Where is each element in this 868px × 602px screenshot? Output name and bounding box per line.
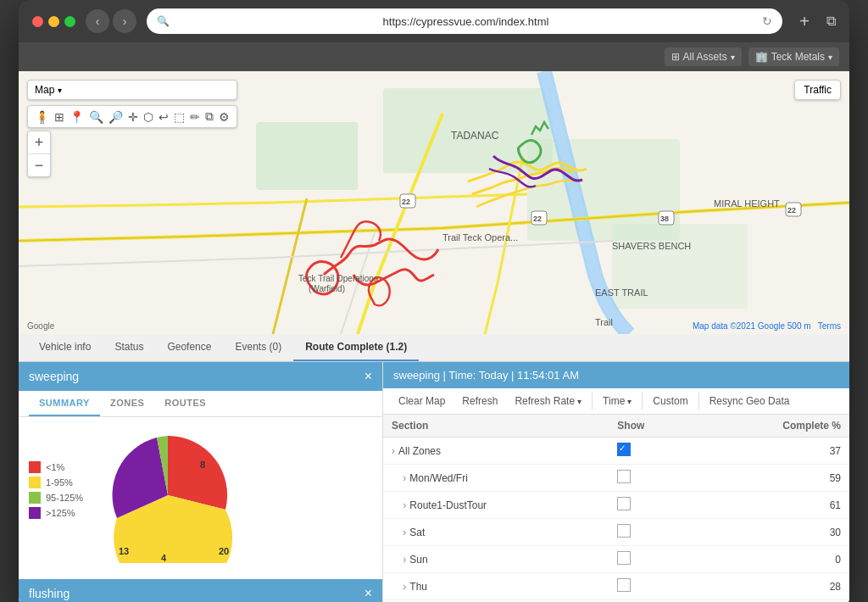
all-assets-dropdown[interactable]: ⊞ All Assets ▾	[665, 47, 742, 66]
teck-metals-dropdown[interactable]: 🏢 Teck Metals ▾	[748, 47, 839, 66]
titlebar: ‹ › 🔍 https://cypressvue.com/index.html …	[32, 8, 836, 42]
cell-section: ›Sat	[383, 519, 609, 546]
assets-icon: ⊞	[671, 51, 680, 63]
search-icon: 🔍	[157, 15, 170, 27]
svg-text:Trail Teck Opera...: Trail Teck Opera...	[442, 232, 518, 242]
pie-chart: 8 20 13 4	[100, 427, 236, 563]
close-button[interactable]	[32, 16, 43, 27]
map-terms[interactable]: Map data ©2021 Google 500 m Terms	[693, 321, 841, 331]
svg-text:4: 4	[161, 553, 167, 563]
tab-status[interactable]: Status	[103, 334, 155, 361]
reload-button[interactable]: ↻	[762, 14, 772, 28]
toolbar-separator-2	[642, 393, 643, 410]
legend-item-2: 95-125%	[29, 492, 83, 504]
building-icon: 🏢	[755, 51, 768, 63]
legend-label-1: 1-95%	[46, 477, 73, 488]
show-checkbox[interactable]	[617, 470, 631, 483]
expand-icon[interactable]: ›	[403, 581, 406, 593]
resync-button[interactable]: Resync Geo Data	[701, 388, 798, 414]
legend-color-3	[29, 507, 41, 519]
time-dropdown[interactable]: Time ▾	[594, 388, 640, 414]
time-label: Time	[603, 395, 625, 407]
expand-icon[interactable]: ›	[403, 472, 406, 484]
right-panel: sweeping | Time: Today | 11:54:01 AM Cle…	[383, 362, 849, 602]
legend-item-3: >125%	[29, 507, 83, 519]
move-icon[interactable]: ✛	[128, 110, 138, 124]
minimize-button[interactable]	[48, 16, 59, 27]
show-checkbox[interactable]	[617, 443, 631, 456]
maximize-button[interactable]	[64, 16, 75, 27]
new-tab-button[interactable]: +	[793, 9, 816, 33]
svg-text:20: 20	[219, 546, 229, 556]
layers-icon[interactable]: ⧉	[205, 109, 214, 124]
refresh-button[interactable]: Refresh	[453, 388, 506, 414]
refresh-rate-dropdown[interactable]: Refresh Rate ▾	[506, 388, 590, 414]
right-toolbar: Clear Map Refresh Refresh Rate ▾ Time ▾ …	[383, 388, 849, 415]
col-section: Section	[383, 415, 609, 438]
main-content: sweeping × SUMMARY ZONES ROUTES <1%	[19, 362, 849, 602]
expand-icon[interactable]: ›	[403, 527, 406, 538]
panel-close-button[interactable]: ×	[364, 369, 372, 384]
map-type-dropdown[interactable]: Map ▾	[27, 80, 237, 100]
legend-item-1: 1-95%	[29, 477, 83, 488]
table-row: ›Thu28	[383, 573, 849, 600]
show-checkbox[interactable]	[617, 524, 631, 538]
flushing-panel-header: flushing ×	[19, 579, 382, 602]
toolbar-separator-1	[592, 393, 593, 410]
location-pin-icon[interactable]: 📍	[70, 110, 84, 124]
svg-text:Trail: Trail	[595, 317, 613, 327]
zoom-out-button[interactable]: −	[28, 154, 50, 176]
search-zoom-icon[interactable]: 🔍	[89, 110, 103, 124]
address-bar[interactable]: 🔍 https://cypressvue.com/index.html ↻	[147, 8, 782, 34]
traffic-lights	[32, 16, 75, 27]
svg-text:MIRAL HEIGHT: MIRAL HEIGHT	[714, 198, 780, 209]
show-checkbox[interactable]	[617, 497, 631, 510]
custom-button[interactable]: Custom	[644, 388, 696, 414]
map-container: TADANAC SHAVERS BENCH MIRAL HEIGHT EAST …	[19, 71, 849, 334]
map-credit: Google	[27, 321, 54, 331]
panel-tab-zones[interactable]: ZONES	[100, 391, 154, 416]
undo-icon[interactable]: ↩	[159, 110, 169, 124]
cell-show	[609, 546, 698, 573]
show-checkbox[interactable]	[617, 551, 631, 565]
forward-button[interactable]: ›	[113, 9, 136, 33]
show-checkbox[interactable]	[617, 578, 631, 592]
clear-map-button[interactable]: Clear Map	[390, 388, 453, 414]
panel-tab-routes[interactable]: ROUTES	[154, 391, 216, 416]
legend-color-2	[29, 492, 41, 504]
tab-events[interactable]: Events (0)	[223, 334, 293, 361]
expand-icon[interactable]: ›	[403, 554, 406, 566]
cell-complete: 30	[698, 519, 849, 546]
select-icon[interactable]: ⬚	[174, 110, 185, 124]
polygon-icon[interactable]: ⬡	[143, 110, 153, 124]
panel-tab-summary[interactable]: SUMMARY	[29, 391, 100, 416]
tab-geofence[interactable]: Geofence	[155, 334, 223, 361]
cell-show	[609, 438, 698, 465]
chevron-down-icon: ▾	[731, 53, 735, 62]
settings-icon[interactable]: ⚙	[219, 110, 230, 124]
svg-text:22: 22	[402, 198, 410, 206]
tab-route-complete[interactable]: Route Complete (1.2)	[293, 334, 419, 361]
cell-show	[609, 519, 698, 546]
zoom-out-icon[interactable]: 🔎	[108, 110, 123, 124]
toolbar-separator-3	[698, 393, 699, 410]
tab-vehicle-info[interactable]: Vehicle info	[27, 334, 103, 361]
traffic-button[interactable]: Traffic	[794, 80, 841, 100]
expand-icon[interactable]: ›	[403, 499, 406, 511]
grid-icon[interactable]: ⊞	[54, 110, 64, 124]
svg-text:Teck Trail Operations: Teck Trail Operations	[298, 274, 378, 283]
browser-chrome: ‹ › 🔍 https://cypressvue.com/index.html …	[19, 0, 849, 42]
cell-complete: 0	[698, 546, 849, 573]
window-button[interactable]: ⧉	[826, 14, 836, 29]
cell-section: ›Sun	[383, 546, 609, 573]
legend-label-0: <1%	[46, 462, 64, 472]
back-button[interactable]: ‹	[86, 9, 109, 33]
person-icon[interactable]: 🧍	[35, 110, 49, 124]
expand-icon[interactable]: ›	[392, 445, 395, 457]
map-data-text: Map data ©2021 Google 500 m	[693, 321, 811, 331]
zoom-in-button[interactable]: +	[28, 131, 50, 153]
terms-link[interactable]: Terms	[818, 321, 841, 331]
edit-icon[interactable]: ✏	[190, 110, 200, 124]
flushing-close-button[interactable]: ×	[364, 586, 372, 601]
col-show: Show	[609, 415, 698, 438]
